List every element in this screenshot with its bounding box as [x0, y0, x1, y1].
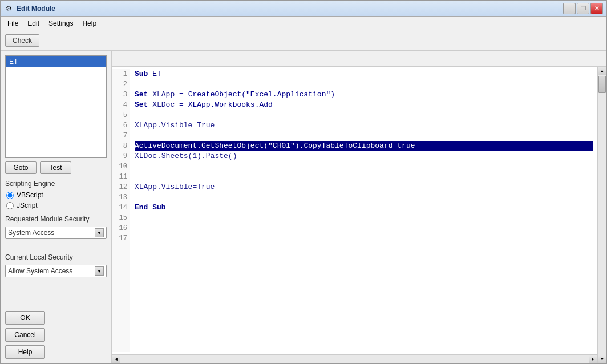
menu-help[interactable]: Help [78, 18, 101, 29]
main-content: ET Goto Test Scripting Engine VBScript J… [1, 51, 606, 363]
current-security-label: Current Local Security [5, 253, 107, 261]
vbscript-radio[interactable] [6, 192, 14, 199]
ok-button[interactable]: OK [5, 311, 45, 325]
code-line-9: XLDoc.Sheets(1).Paste() [135, 151, 593, 161]
code-line-11 [135, 172, 593, 182]
check-button[interactable]: Check [5, 34, 39, 47]
code-line-12: XLApp.Visible=True [135, 182, 593, 192]
restore-button[interactable]: ❐ [577, 3, 589, 14]
title-bar-buttons: — ❐ ✕ [563, 3, 603, 14]
menu-bar: File Edit Settings Help [1, 17, 606, 30]
menu-settings[interactable]: Settings [44, 18, 78, 29]
vbscript-label: VBScript [17, 191, 43, 199]
current-security-arrow[interactable]: ▼ [95, 266, 104, 276]
scroll-track-h[interactable] [120, 355, 589, 363]
code-line-1: Sub ET [135, 69, 593, 79]
code-container: 1234567891011121314151617 Sub ETSet XLAp… [112, 67, 606, 363]
jscript-radio[interactable] [6, 202, 14, 209]
code-line-8: ActiveDocument.GetSheetObject("CH01").Co… [135, 141, 593, 151]
menu-edit[interactable]: Edit [23, 18, 44, 29]
code-line-16 [135, 223, 593, 233]
vbscript-radio-row[interactable]: VBScript [6, 191, 107, 199]
scroll-left-arrow[interactable]: ◄ [112, 355, 120, 363]
window-icon: ⚙ [4, 4, 13, 13]
jscript-radio-row[interactable]: JScript [6, 201, 107, 209]
code-line-13 [135, 192, 593, 203]
help-button[interactable]: Help [5, 345, 45, 359]
code-line-4: Set XLDoc = XLApp.Workbooks.Add [135, 100, 593, 110]
main-window: ⚙ Edit Module — ❐ ✕ File Edit Settings H… [0, 0, 607, 364]
goto-test-row: Goto Test [5, 161, 107, 174]
scripting-engine-label: Scripting Engine [5, 180, 107, 188]
requested-security-value: System Access [8, 229, 95, 237]
left-panel: ET Goto Test Scripting Engine VBScript J… [1, 51, 112, 363]
jscript-label: JScript [17, 201, 38, 209]
code-line-3: Set XLApp = CreateObject("Excel.Applicat… [135, 90, 593, 100]
code-toolbar [112, 51, 606, 67]
goto-button[interactable]: Goto [5, 161, 37, 174]
current-security-dropdown[interactable]: Allow System Access ▼ [5, 265, 107, 277]
code-inner: 1234567891011121314151617 Sub ETSet XLAp… [112, 67, 597, 363]
code-line-10 [135, 161, 593, 172]
code-line-2 [135, 79, 593, 90]
menu-file[interactable]: File [3, 18, 23, 29]
title-bar: ⚙ Edit Module — ❐ ✕ [1, 1, 606, 17]
code-area[interactable]: 1234567891011121314151617 Sub ETSet XLAp… [112, 67, 597, 354]
minimize-button[interactable]: — [563, 3, 576, 14]
test-button[interactable]: Test [40, 161, 71, 174]
code-line-5 [135, 110, 593, 120]
bottom-buttons: OK Cancel Help [5, 306, 107, 359]
module-item-et[interactable]: ET [6, 56, 106, 67]
scroll-track-v[interactable] [598, 75, 606, 355]
requested-security-label: Requested Module Security [5, 215, 107, 223]
scroll-thumb[interactable] [598, 76, 606, 93]
scroll-right-arrow[interactable]: ► [589, 355, 597, 363]
requested-security-arrow[interactable]: ▼ [95, 228, 104, 237]
code-line-6: XLApp.Visible=True [135, 120, 593, 131]
scroll-down-arrow[interactable]: ▼ [598, 355, 606, 363]
code-lines: Sub ETSet XLApp = CreateObject("Excel.Ap… [130, 69, 597, 352]
scripting-engine-group: VBScript JScript [6, 191, 107, 209]
code-line-17 [135, 233, 593, 244]
requested-security-dropdown[interactable]: System Access ▼ [5, 227, 107, 239]
close-button[interactable]: ✕ [590, 3, 603, 14]
window-title: Edit Module [17, 5, 563, 13]
module-list[interactable]: ET [5, 55, 107, 158]
code-line-7 [135, 131, 593, 141]
toolbar: Check [1, 30, 606, 51]
vertical-scrollbar[interactable]: ▲ ▼ [597, 67, 606, 363]
code-line-14: End Sub [135, 203, 593, 213]
code-line-15 [135, 213, 593, 223]
cancel-button[interactable]: Cancel [5, 328, 45, 342]
horizontal-scrollbar[interactable]: ◄ ► [112, 354, 597, 363]
line-numbers: 1234567891011121314151617 [112, 69, 130, 352]
code-panel: 1234567891011121314151617 Sub ETSet XLAp… [112, 51, 606, 363]
scroll-up-arrow[interactable]: ▲ [598, 67, 606, 75]
current-security-value: Allow System Access [8, 267, 95, 275]
